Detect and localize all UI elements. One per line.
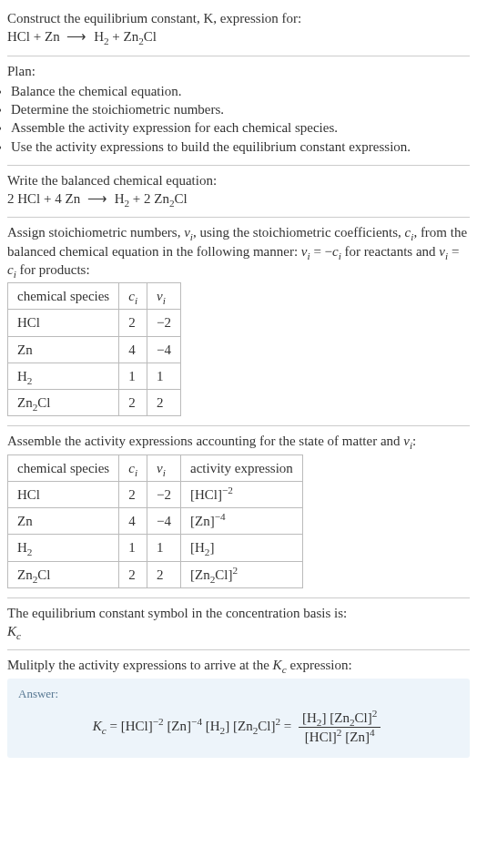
kc-symbol: Kc [7, 622, 470, 640]
plan-list: Balance the chemical equation. Determine… [7, 82, 470, 156]
stoich-table: chemical species ci νi HCl 2 −2 Zn 4 −4 … [7, 282, 181, 416]
list-item: Use the activity expressions to build th… [11, 138, 470, 156]
assign-section: Assign stoichiometric numbers, νi, using… [7, 218, 470, 426]
cell-nui: −2 [147, 310, 181, 336]
answer-section: Mulitply the activity expressions to arr… [7, 650, 470, 766]
cell-activity: [Zn]−4 [180, 508, 302, 535]
col-species: chemical species [8, 454, 119, 481]
cell-species: Zn2Cl [8, 390, 119, 416]
table-row: HCl 2 −2 [8, 310, 181, 336]
reactants: HCl + Zn [7, 29, 60, 44]
cell-ci: 2 [119, 561, 147, 587]
answer-label: Answer: [18, 686, 459, 702]
cell-nui: 1 [147, 535, 181, 561]
cell-ci: 4 [119, 336, 147, 363]
activity-heading: Assemble the activity expressions accoun… [7, 432, 470, 450]
cell-species: H2 [8, 535, 119, 561]
cell-species: Zn2Cl [8, 561, 119, 587]
arrow-icon: ⟶ [84, 189, 111, 208]
col-activity: activity expression [180, 454, 302, 481]
table-row: Zn2Cl 2 2 [Zn2Cl]2 [8, 561, 303, 587]
cell-species: HCl [8, 481, 119, 507]
kc-text: The equilibrium constant symbol in the c… [7, 604, 470, 622]
table-row: Zn 4 −4 [Zn]−4 [8, 508, 303, 535]
table-row: HCl 2 −2 [HCl]−2 [8, 481, 303, 507]
col-ci: ci [119, 283, 147, 310]
denominator: [HCl]2 [Zn]4 [299, 728, 381, 746]
cell-nui: 2 [147, 390, 181, 416]
activity-section: Assemble the activity expressions accoun… [7, 426, 470, 598]
table-header-row: chemical species ci νi [8, 283, 181, 310]
unbalanced-equation: HCl + Zn ⟶ H2 + Zn2Cl [7, 27, 470, 46]
table-header-row: chemical species ci νi activity expressi… [8, 454, 303, 481]
cell-nui: 2 [147, 561, 181, 587]
multiply-text: Mulitply the activity expressions to arr… [7, 656, 470, 674]
col-ci: ci [119, 454, 147, 481]
col-species: chemical species [8, 283, 119, 310]
balanced-rhs: H2 + 2 Zn2Cl [115, 191, 188, 206]
products: H2 + Zn2Cl [94, 29, 157, 44]
cell-nui: −2 [147, 481, 181, 507]
answer-equation: Kc = [HCl]−2 [Zn]−4 [H2] [Zn2Cl]2 = [H2]… [18, 705, 459, 747]
balanced-heading: Write the balanced chemical equation: [7, 171, 470, 189]
list-item: Balance the chemical equation. [11, 82, 470, 100]
cell-ci: 2 [119, 390, 147, 416]
cell-nui: −4 [147, 336, 181, 363]
table-row: H2 1 1 [8, 363, 181, 389]
cell-species: HCl [8, 310, 119, 336]
plan-section: Plan: Balance the chemical equation. Det… [7, 56, 470, 166]
balanced-section: Write the balanced chemical equation: 2 … [7, 166, 470, 219]
cell-nui: 1 [147, 363, 181, 389]
list-item: Determine the stoichiometric numbers. [11, 100, 470, 118]
cell-species: H2 [8, 363, 119, 389]
problem-statement: Construct the equilibrium constant, K, e… [7, 4, 470, 56]
cell-species: Zn [8, 508, 119, 535]
cell-species: Zn [8, 336, 119, 363]
arrow-icon: ⟶ [63, 27, 90, 46]
assign-text: Assign stoichiometric numbers, νi, using… [7, 223, 470, 279]
col-nui: νi [147, 283, 181, 310]
list-item: Assemble the activity expression for eac… [11, 118, 470, 137]
cell-nui: −4 [147, 508, 181, 535]
fraction: [H2] [Zn2Cl]2[HCl]2 [Zn]4 [299, 709, 381, 747]
activity-table: chemical species ci νi activity expressi… [7, 454, 303, 588]
cell-activity: [Zn2Cl]2 [180, 561, 302, 587]
cell-ci: 1 [119, 535, 147, 561]
cell-ci: 2 [119, 310, 147, 336]
plan-heading: Plan: [7, 62, 470, 80]
table-row: Zn 4 −4 [8, 336, 181, 363]
answer-box: Answer: Kc = [HCl]−2 [Zn]−4 [H2] [Zn2Cl]… [7, 679, 470, 758]
cell-activity: [HCl]−2 [180, 481, 302, 507]
cell-ci: 2 [119, 481, 147, 507]
kc-section: The equilibrium constant symbol in the c… [7, 598, 470, 651]
cell-activity: [H2] [180, 535, 302, 561]
balanced-equation: 2 HCl + 4 Zn ⟶ H2 + 2 Zn2Cl [7, 189, 470, 208]
cell-ci: 1 [119, 363, 147, 389]
col-nui: νi [147, 454, 181, 481]
cell-ci: 4 [119, 508, 147, 535]
intro-line1: Construct the equilibrium constant, K, e… [7, 11, 301, 26]
numerator: [H2] [Zn2Cl]2 [299, 709, 381, 728]
table-row: H2 1 1 [H2] [8, 535, 303, 561]
table-row: Zn2Cl 2 2 [8, 390, 181, 416]
balanced-lhs: 2 HCl + 4 Zn [7, 191, 80, 206]
